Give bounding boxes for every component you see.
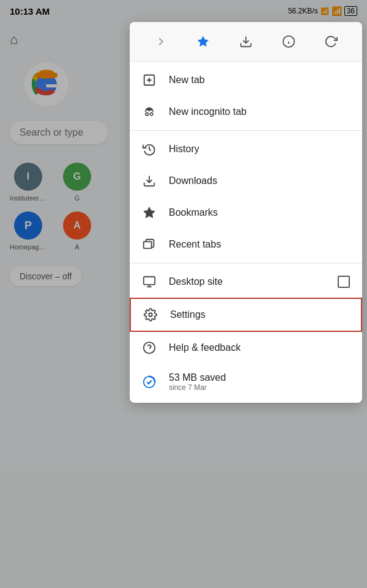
refresh-button[interactable] xyxy=(319,29,343,54)
menu-item-help[interactable]: Help & feedback xyxy=(130,332,362,364)
refresh-icon xyxy=(324,35,338,48)
menu-item-history[interactable]: History xyxy=(130,133,362,165)
menu-item-mb-saved[interactable]: 53 MB saved since 7 Mar xyxy=(130,364,362,400)
desktop-site-checkbox[interactable] xyxy=(338,276,350,288)
divider-1 xyxy=(130,130,362,131)
svg-marker-17 xyxy=(144,207,155,218)
help-label: Help & feedback xyxy=(169,342,350,353)
dropdown-menu: New tab New incognito tab xyxy=(130,22,362,403)
settings-icon xyxy=(143,307,158,322)
info-button[interactable] xyxy=(276,29,301,54)
history-icon xyxy=(142,142,157,156)
desktop-icon xyxy=(142,274,157,289)
svg-rect-19 xyxy=(144,277,155,285)
settings-label: Settings xyxy=(170,309,349,320)
info-icon xyxy=(282,35,295,48)
mb-saved-label: 53 MB saved xyxy=(169,372,226,383)
svg-rect-15 xyxy=(147,108,151,110)
incognito-icon xyxy=(142,105,157,119)
downloads-icon xyxy=(142,174,157,188)
menu-item-downloads[interactable]: Downloads xyxy=(130,165,362,197)
history-label: History xyxy=(169,144,350,155)
menu-item-desktop-site[interactable]: Desktop site xyxy=(130,266,362,298)
forward-button[interactable] xyxy=(149,29,173,54)
mb-saved-sublabel: since 7 Mar xyxy=(169,383,226,392)
recent-tabs-icon xyxy=(142,237,157,252)
incognito-label: New incognito tab xyxy=(169,106,350,117)
bookmark-button[interactable] xyxy=(191,29,215,54)
menu-toolbar xyxy=(130,22,362,62)
help-icon xyxy=(142,340,157,355)
bookmarks-icon xyxy=(142,205,157,220)
forward-icon xyxy=(154,35,168,48)
menu-items-list: New tab New incognito tab xyxy=(130,62,362,403)
menu-item-bookmarks[interactable]: Bookmarks xyxy=(130,197,362,229)
recent-tabs-label: Recent tabs xyxy=(169,239,350,250)
desktop-site-label: Desktop site xyxy=(169,276,325,287)
svg-point-22 xyxy=(149,313,152,317)
download-button[interactable] xyxy=(234,29,258,54)
mb-saved-icon xyxy=(142,375,157,389)
new-tab-label: New tab xyxy=(169,75,350,86)
bookmark-icon xyxy=(196,35,210,48)
menu-item-incognito[interactable]: New incognito tab xyxy=(130,96,362,128)
download-icon xyxy=(239,35,253,48)
svg-point-13 xyxy=(150,112,153,116)
svg-point-12 xyxy=(146,112,149,116)
new-tab-icon xyxy=(142,73,157,87)
menu-item-settings[interactable]: Settings xyxy=(130,298,362,332)
svg-marker-4 xyxy=(198,36,209,46)
menu-item-recent-tabs[interactable]: Recent tabs xyxy=(130,229,362,260)
divider-2 xyxy=(130,263,362,263)
svg-rect-18 xyxy=(144,241,152,248)
downloads-label: Downloads xyxy=(169,175,350,186)
mb-saved-label-wrap: 53 MB saved since 7 Mar xyxy=(169,372,226,392)
menu-item-new-tab[interactable]: New tab xyxy=(130,64,362,96)
bookmarks-label: Bookmarks xyxy=(169,207,350,218)
